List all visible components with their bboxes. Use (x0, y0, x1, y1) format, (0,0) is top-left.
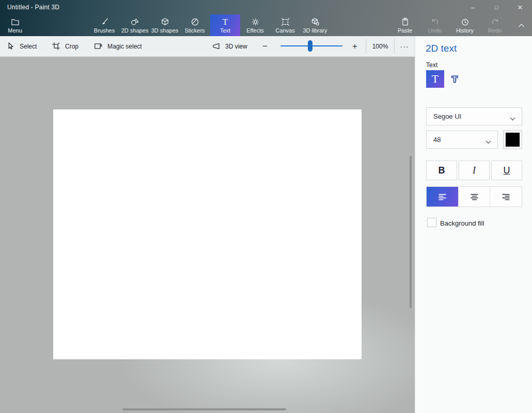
3d-text-icon (449, 73, 462, 85)
drawing-canvas[interactable] (53, 109, 362, 359)
background-fill-checkbox[interactable] (427, 218, 436, 227)
3d-view-icon (212, 42, 221, 51)
zoom-slider[interactable] (280, 36, 342, 56)
maximize-button[interactable]: □ (484, 0, 508, 14)
crop-icon (52, 42, 60, 51)
vertical-scrollbar[interactable] (410, 156, 412, 308)
cube-icon (161, 18, 169, 26)
text-color-swatch[interactable] (503, 130, 522, 149)
plus-icon: + (352, 41, 357, 52)
align-right-icon (502, 193, 510, 201)
underline-button[interactable]: U (491, 161, 522, 180)
align-left-icon (438, 193, 447, 201)
zoom-level-button[interactable]: 100% (366, 36, 394, 56)
more-options-button[interactable]: ··· (394, 36, 415, 56)
2d-shapes-icon (131, 18, 139, 26)
toolbar-item-undo[interactable]: Undo (420, 14, 450, 36)
current-color (506, 133, 520, 147)
collapse-ribbon-button[interactable] (510, 14, 532, 36)
toolbar-item-effects[interactable]: Effects (240, 14, 270, 36)
workspace (0, 57, 415, 413)
chevron-down-icon (510, 115, 515, 118)
zoom-slider-thumb[interactable] (308, 40, 312, 52)
toolbar-item-menu[interactable]: Menu (0, 14, 30, 36)
history-clock-icon (461, 18, 470, 26)
undo-icon (431, 18, 440, 26)
2d-text-type-button[interactable]: T (426, 70, 444, 88)
select-cursor-icon (6, 42, 15, 51)
font-size-value: 48 (427, 136, 486, 144)
close-icon: ✕ (518, 4, 523, 11)
chevron-up-icon (517, 21, 526, 30)
bold-button[interactable]: B (426, 161, 457, 180)
align-right-button[interactable] (490, 187, 522, 206)
brush-icon (100, 18, 109, 26)
toolbar-item-3d-library[interactable]: 3D library (300, 14, 330, 36)
paint3d-window: Untitled - Paint 3D – □ ✕ Menu Brushes 2… (0, 0, 532, 413)
3d-text-type-button[interactable] (447, 71, 464, 87)
titlebar: Untitled - Paint 3D – □ ✕ (0, 0, 532, 14)
close-button[interactable]: ✕ (508, 0, 532, 14)
align-center-icon (470, 193, 479, 201)
zoom-out-button[interactable]: − (257, 36, 273, 56)
minimize-icon: – (471, 4, 474, 11)
magic-select-button[interactable]: Magic select (94, 36, 142, 56)
toolbar-item-paste[interactable]: Paste (390, 14, 420, 36)
toolbar-item-brushes[interactable]: Brushes (89, 14, 119, 36)
zoom-in-button[interactable]: + (347, 36, 363, 56)
toolbar-item-text[interactable]: T Text (210, 14, 240, 36)
horizontal-scrollbar[interactable] (122, 408, 286, 410)
align-center-button[interactable] (458, 187, 490, 206)
menu-folder-icon (11, 18, 20, 26)
secondary-toolbar: Select Crop Magic select 3D view − + 100… (0, 36, 415, 57)
text-tool-icon: T (223, 18, 228, 26)
2d-text-icon: T (432, 73, 439, 85)
toolbar-item-canvas[interactable]: Canvas (270, 14, 300, 36)
toolbar-item-2d-shapes[interactable]: 2D shapes (120, 14, 150, 36)
maximize-icon: □ (495, 4, 498, 10)
select-button[interactable]: Select (6, 36, 37, 56)
panel-title: 2D text (426, 43, 457, 54)
align-left-button[interactable] (427, 187, 458, 206)
3d-library-icon (311, 18, 320, 26)
text-section-label: Text (426, 61, 437, 69)
sticker-icon (191, 18, 199, 26)
effects-sun-icon (251, 18, 260, 26)
minus-icon: − (262, 41, 268, 52)
font-family-dropdown[interactable]: Segoe UI (426, 107, 522, 125)
background-fill-label: Background fill (440, 219, 484, 227)
2d-text-panel: 2D text Text T Segoe UI 48 B I U (415, 36, 532, 413)
chevron-down-icon (486, 138, 491, 141)
toolbar-item-stickers[interactable]: Stickers (180, 14, 210, 36)
minimize-button[interactable]: – (461, 0, 484, 14)
font-size-dropdown[interactable]: 48 (426, 131, 498, 149)
3d-view-button[interactable]: 3D view (212, 36, 247, 56)
toolbar-item-history[interactable]: History (450, 14, 480, 36)
toolbar-item-3d-shapes[interactable]: 3D shapes (150, 14, 180, 36)
paste-clipboard-icon (401, 18, 410, 26)
font-family-value: Segoe UI (427, 113, 510, 120)
alignment-group (426, 186, 522, 207)
toolbar-item-redo[interactable]: Redo (480, 14, 510, 36)
crop-button[interactable]: Crop (52, 36, 79, 56)
header: Untitled - Paint 3D – □ ✕ Menu Brushes 2… (0, 0, 532, 36)
redo-icon (491, 18, 499, 26)
canvas-frame-icon (281, 18, 290, 26)
magic-select-icon (94, 42, 103, 51)
window-title: Untitled - Paint 3D (7, 4, 59, 11)
ellipsis-icon: ··· (400, 42, 409, 51)
italic-button[interactable]: I (459, 161, 490, 180)
window-controls: – □ ✕ (461, 0, 532, 14)
